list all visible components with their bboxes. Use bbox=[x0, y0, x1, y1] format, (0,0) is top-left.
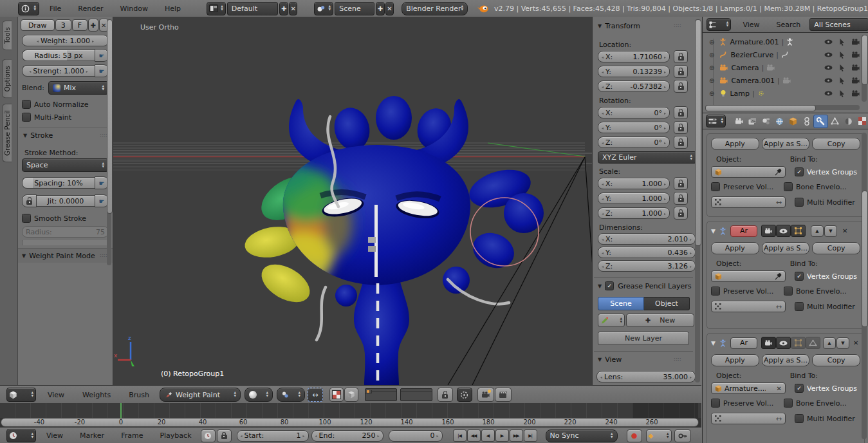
outliner-row-camera[interactable]: Camera | bbox=[709, 61, 868, 74]
visibility-eye-icon[interactable] bbox=[824, 65, 833, 70]
grease-pencil-enable-checkbox[interactable] bbox=[605, 281, 614, 290]
rotation-mode-dropdown[interactable]: XYZ Euler bbox=[598, 151, 697, 164]
weight-paint-mode-panel-header[interactable]: Weight Paint Mode ∷∷ bbox=[18, 248, 113, 263]
apply-button[interactable]: Apply bbox=[711, 242, 759, 254]
visibility-eye-icon[interactable] bbox=[824, 91, 833, 96]
editor-type-button[interactable] bbox=[18, 2, 39, 15]
outliner-hscrollbar[interactable] bbox=[705, 105, 860, 110]
render-visibility-toggle[interactable] bbox=[761, 225, 776, 237]
location-z-field[interactable]: Z:-0.57382 bbox=[598, 80, 670, 92]
timeline-menu-playback[interactable]: Playback bbox=[160, 431, 191, 440]
gp-pencil-dropdown[interactable] bbox=[598, 314, 625, 327]
lock-location-z-button[interactable] bbox=[674, 80, 688, 93]
render-engine-dropdown[interactable]: Blender Render bbox=[402, 2, 468, 15]
modifier-name-field[interactable]: Ar bbox=[730, 337, 757, 349]
lock-scale-x-button[interactable] bbox=[674, 177, 688, 190]
rotation-x-field[interactable]: X:0° bbox=[598, 107, 670, 118]
vertex-groups-checkbox[interactable] bbox=[795, 384, 804, 393]
tab-constraints[interactable] bbox=[800, 115, 813, 127]
copy-button[interactable]: Copy bbox=[812, 242, 860, 254]
preserve-volume-checkbox[interactable] bbox=[711, 182, 720, 191]
dimension-x-field[interactable]: X:2.010 bbox=[598, 233, 696, 245]
add-scene-button[interactable] bbox=[376, 2, 384, 15]
rotation-y-field[interactable]: Y:0° bbox=[598, 122, 670, 133]
npanel-scrollbar[interactable] bbox=[695, 19, 700, 382]
edit-mode-toggle[interactable] bbox=[791, 337, 806, 349]
tab-material[interactable] bbox=[842, 115, 855, 127]
lock-scale-z-button[interactable] bbox=[674, 207, 688, 220]
move-modifier-down-button[interactable]: ▼ bbox=[824, 225, 837, 237]
auto-keyframe-button[interactable]: ● bbox=[627, 429, 642, 442]
auto-normalize-checkbox[interactable] bbox=[22, 100, 31, 109]
menu-render[interactable]: Render bbox=[78, 5, 103, 13]
outliner-hscrollbar-thumb[interactable] bbox=[705, 105, 816, 111]
location-x-field[interactable]: X:1.71060 bbox=[598, 51, 670, 62]
jump-to-start-button[interactable]: |◀ bbox=[453, 429, 466, 442]
menu-help[interactable]: Help bbox=[165, 5, 181, 13]
vertex-group-field[interactable]: ↔ bbox=[711, 413, 786, 424]
timeline-menu-marker[interactable]: Marker bbox=[80, 431, 104, 440]
copy-button[interactable]: Copy bbox=[812, 354, 860, 366]
layer-grid-1[interactable] bbox=[365, 388, 397, 401]
insert-keyframe-button[interactable] bbox=[674, 429, 691, 442]
mode-dropdown[interactable]: Weight Paint bbox=[160, 388, 241, 402]
jump-to-end-button[interactable]: ▶| bbox=[524, 429, 537, 442]
cage-edit-toggle[interactable] bbox=[806, 337, 820, 349]
opengl-render-button[interactable] bbox=[477, 388, 494, 402]
outliner-menu-search[interactable]: Search bbox=[777, 21, 801, 29]
weight-slider[interactable]: Weight: 1.000 bbox=[22, 35, 109, 46]
preview-range-toggle[interactable] bbox=[201, 429, 216, 442]
stroke-method-dropdown[interactable]: Space bbox=[22, 158, 109, 172]
current-frame-playhead[interactable] bbox=[120, 403, 122, 418]
play-reverse-button[interactable]: ◀ bbox=[481, 429, 495, 442]
play-button[interactable]: ▶ bbox=[495, 429, 509, 442]
bone-envelopes-checkbox[interactable] bbox=[784, 182, 793, 191]
lock-location-y-button[interactable] bbox=[674, 65, 688, 78]
viewport-visibility-toggle[interactable] bbox=[776, 225, 791, 237]
viewport-3d[interactable]: z x User Ortho (0) RetopoGroup1 bbox=[113, 17, 592, 385]
layer-grid-2[interactable] bbox=[400, 388, 432, 401]
view-panel-header[interactable]: View ∷∷ bbox=[598, 355, 696, 364]
viewport-visibility-toggle[interactable] bbox=[776, 337, 791, 349]
radius-slider[interactable]: Radius: 53 px bbox=[22, 50, 95, 61]
tab-object[interactable] bbox=[786, 115, 800, 127]
renderability-camera-icon[interactable] bbox=[851, 52, 860, 58]
panel-drag-dots-icon[interactable]: ∷∷ bbox=[674, 357, 681, 363]
modifier-name-field[interactable]: Ar bbox=[730, 225, 757, 237]
stroke-panel-header[interactable]: Stroke ∷∷ bbox=[23, 131, 107, 140]
visibility-eye-icon[interactable] bbox=[824, 39, 833, 44]
timeline-ruler[interactable]: -40 -20 0 20 40 60 80 100 120 140 160 18… bbox=[0, 418, 701, 427]
lock-scale-y-button[interactable] bbox=[674, 192, 688, 205]
current-frame-field[interactable]: 0 bbox=[389, 430, 443, 442]
render-visibility-toggle[interactable] bbox=[761, 337, 776, 349]
lock-to-scene-toggle[interactable] bbox=[438, 388, 453, 402]
start-frame-field[interactable]: Start:1 bbox=[237, 430, 309, 442]
next-keyframe-button[interactable]: ▶▶ bbox=[510, 429, 523, 442]
gp-new-layer-button[interactable]: New Layer bbox=[598, 332, 689, 345]
lock-location-x-button[interactable] bbox=[674, 50, 688, 63]
preserve-volume-checkbox[interactable] bbox=[711, 399, 720, 408]
visibility-eye-icon[interactable] bbox=[824, 52, 833, 57]
lock-time-toggle[interactable] bbox=[217, 429, 232, 442]
scene-select-button[interactable] bbox=[314, 2, 333, 15]
weights-menu[interactable]: Weights bbox=[82, 391, 111, 399]
manipulator-toggle[interactable]: ↔ bbox=[308, 388, 323, 402]
move-modifier-up-button[interactable]: ▲ bbox=[811, 225, 824, 237]
editor-type-button[interactable] bbox=[6, 429, 36, 442]
vertex-groups-checkbox[interactable] bbox=[795, 167, 804, 176]
editor-type-button[interactable] bbox=[6, 388, 36, 402]
fake-user-button[interactable]: F bbox=[72, 19, 88, 31]
vertex-group-field[interactable]: ↔ bbox=[711, 196, 786, 208]
smooth-stroke-checkbox[interactable] bbox=[22, 214, 31, 223]
tab-render[interactable] bbox=[732, 115, 746, 127]
lock-rotation-z-button[interactable] bbox=[674, 136, 688, 149]
close-layout-button[interactable] bbox=[289, 2, 297, 15]
bone-envelopes-checkbox[interactable] bbox=[784, 399, 793, 408]
properties-scrollbar-thumb[interactable] bbox=[862, 191, 868, 327]
jitter-slider[interactable]: Jit: 0.0000 bbox=[37, 195, 95, 207]
view-menu[interactable]: View bbox=[48, 391, 64, 399]
scale-y-field[interactable]: Y:1.000 bbox=[598, 193, 670, 204]
transform-panel-header[interactable]: Transform ∷∷ bbox=[598, 22, 696, 30]
multi-modifier-checkbox[interactable] bbox=[795, 414, 804, 423]
add-brush-button[interactable] bbox=[88, 19, 98, 32]
